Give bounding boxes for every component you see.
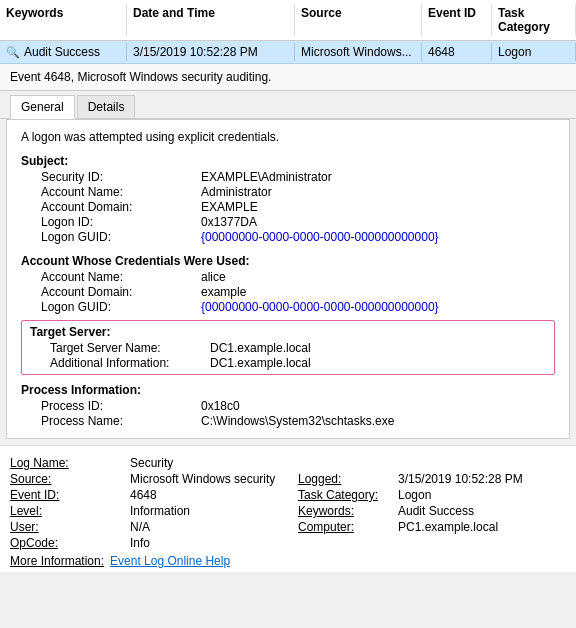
computer-label: Computer: (298, 520, 398, 534)
level-label: Level: (10, 504, 130, 518)
credentials-label: Account Whose Credentials Were Used: (21, 254, 555, 268)
magnifier-icon: 🔍 (6, 46, 20, 59)
event-id-cell: 4648 (422, 43, 492, 61)
field-value-processname: C:\Windows\System32\schtasks.exe (201, 414, 555, 428)
table-row[interactable]: 🔍 Audit Success 3/15/2019 10:52:28 PM Mi… (0, 41, 576, 64)
col-header-datetime: Date and Time (127, 4, 295, 36)
log-name-value: Security (130, 456, 298, 470)
opcode-label: OpCode: (10, 536, 130, 550)
field-label-processname: Process Name: (41, 414, 201, 428)
source-label: Source: (10, 472, 130, 486)
opcode-value: Info (130, 536, 298, 550)
event-source-cell: Microsoft Windows... (295, 43, 422, 61)
task-category-value: Logon (398, 488, 566, 502)
field-label-accountname: Account Name: (41, 185, 201, 199)
keywords-label: Keywords: (298, 504, 398, 518)
field-label-target-servername: Target Server Name: (50, 341, 210, 355)
event-taskcategory-cell: Logon (492, 43, 576, 61)
field-value-cred-logonguid: {00000000-0000-0000-0000-000000000000} (201, 300, 555, 314)
info-grid: Log Name: Security Source: Microsoft Win… (10, 456, 566, 550)
main-content: A logon was attempted using explicit cre… (6, 119, 570, 439)
event-id-label: Event ID: (10, 488, 130, 502)
field-label-cred-accountdomain: Account Domain: (41, 285, 201, 299)
field-label-accountdomain: Account Domain: (41, 200, 201, 214)
user-value: N/A (130, 520, 298, 534)
event-summary: Event 4648, Microsoft Windows security a… (0, 64, 576, 91)
more-info-label: More Information: (10, 554, 104, 568)
field-label-securityid: Security ID: (41, 170, 201, 184)
keywords-value: Audit Success (24, 45, 100, 59)
target-server-box: Target Server: Target Server Name: DC1.e… (21, 320, 555, 375)
target-server-label: Target Server: (30, 325, 546, 339)
field-value-securityid: EXAMPLE\Administrator (201, 170, 555, 184)
col-header-taskcategory: Task Category (492, 4, 576, 36)
log-name-label: Log Name: (10, 456, 130, 470)
user-label: User: (10, 520, 130, 534)
field-label-target-additional: Additional Information: (50, 356, 210, 370)
col-header-eventid: Event ID (422, 4, 492, 36)
field-value-target-additional: DC1.example.local (210, 356, 546, 370)
field-label-cred-accountname: Account Name: (41, 270, 201, 284)
field-value-accountname: Administrator (201, 185, 555, 199)
field-label-logonguid: Logon GUID: (41, 230, 201, 244)
process-fields: Process ID: 0x18c0 Process Name: C:\Wind… (41, 399, 555, 428)
field-value-accountdomain: EXAMPLE (201, 200, 555, 214)
keywords-value: Audit Success (398, 504, 566, 518)
event-id-value: 4648 (130, 488, 298, 502)
credentials-fields: Account Name: alice Account Domain: exam… (41, 270, 555, 314)
event-keywords-cell: 🔍 Audit Success (0, 43, 127, 61)
field-value-processid: 0x18c0 (201, 399, 555, 413)
field-label-processid: Process ID: (41, 399, 201, 413)
bottom-info-panel: Log Name: Security Source: Microsoft Win… (0, 445, 576, 572)
logged-value: 3/15/2019 10:52:28 PM (398, 472, 566, 486)
tab-general[interactable]: General (10, 95, 75, 119)
computer-value: PC1.example.local (398, 520, 566, 534)
field-label-logonid: Logon ID: (41, 215, 201, 229)
field-value-logonid: 0x1377DA (201, 215, 555, 229)
event-datetime-cell: 3/15/2019 10:52:28 PM (127, 43, 295, 61)
field-value-logonguid: {00000000-0000-0000-0000-000000000000} (201, 230, 555, 244)
field-value-cred-accountdomain: example (201, 285, 555, 299)
event-log-online-help-link[interactable]: Event Log Online Help (110, 554, 230, 568)
field-value-target-servername: DC1.example.local (210, 341, 546, 355)
intro-text: A logon was attempted using explicit cre… (21, 130, 555, 144)
process-label: Process Information: (21, 383, 555, 397)
source-value: Microsoft Windows security (130, 472, 298, 486)
target-server-fields: Target Server Name: DC1.example.local Ad… (50, 341, 546, 370)
col-header-keywords: Keywords (0, 4, 127, 36)
more-info-row: More Information: Event Log Online Help (10, 550, 566, 568)
subject-fields: Security ID: EXAMPLE\Administrator Accou… (41, 170, 555, 244)
tab-details[interactable]: Details (77, 95, 136, 118)
tab-bar: General Details (0, 91, 576, 119)
task-category-label: Task Category: (298, 488, 398, 502)
logged-label: Logged: (298, 472, 398, 486)
level-value: Information (130, 504, 298, 518)
subject-label: Subject: (21, 154, 555, 168)
table-header: Keywords Date and Time Source Event ID T… (0, 0, 576, 41)
field-value-cred-accountname: alice (201, 270, 555, 284)
field-label-cred-logonguid: Logon GUID: (41, 300, 201, 314)
col-header-source: Source (295, 4, 422, 36)
